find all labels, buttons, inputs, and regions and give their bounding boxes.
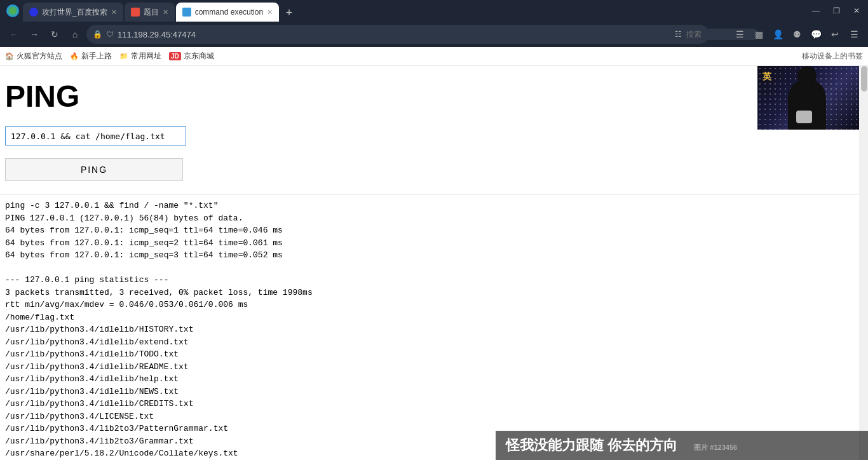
ping-button-wrap: PING <box>0 158 868 181</box>
scrollbar-thumb[interactable] <box>861 66 867 91</box>
toolbar-icons: ☰ ▩ 👤 ⚉ 💬 ↩ ☰ <box>712 25 863 43</box>
question-favicon <box>131 8 140 17</box>
security-icon: 🔒 <box>93 30 102 39</box>
bottom-overlay-sub: 图片 #123456 <box>694 443 737 451</box>
home-button[interactable]: ⌂ <box>66 25 84 43</box>
sidebar-icon[interactable]: ▩ <box>750 25 768 43</box>
bookmark-newuser[interactable]: 🔥 新手上路 <box>70 51 112 62</box>
account-icon[interactable]: 👤 <box>769 25 787 43</box>
chat-icon[interactable]: 💬 <box>807 25 825 43</box>
bookmark-firefox-label: 火狐官方站点 <box>17 51 62 62</box>
fire-icon: 🔥 <box>70 52 79 60</box>
shirt-white <box>796 111 812 123</box>
address-text: 111.198.29.45:47474 <box>118 30 671 39</box>
bookmarks-right: 移动设备上的书签 <box>802 51 863 62</box>
shield-icon: 🛡 <box>106 30 114 39</box>
baidu-favicon <box>29 8 38 17</box>
bookmark-newuser-label: 新手上路 <box>81 51 112 62</box>
history-back-icon[interactable]: ↩ <box>826 25 844 43</box>
close-button[interactable]: ✕ <box>848 2 865 20</box>
cmd-favicon <box>182 8 191 17</box>
page-title: PING <box>0 79 868 114</box>
browser-chrome: 攻打世界_百度搜索 ✕ 题目 ✕ command execution ✕ + —… <box>0 0 868 66</box>
maximize-button[interactable]: ❐ <box>827 2 845 20</box>
input-section <box>0 126 868 145</box>
sync-icon[interactable]: ⚉ <box>788 25 806 43</box>
tab-cmd-label: command execution <box>195 8 263 17</box>
tab-question[interactable]: 题目 ✕ <box>125 3 175 22</box>
title-bar: 攻打世界_百度搜索 ✕ 题目 ✕ command execution ✕ + —… <box>0 0 868 22</box>
bookmark-common[interactable]: 📁 常用网址 <box>119 51 161 62</box>
library-icon[interactable]: ☰ <box>731 25 749 43</box>
minimize-button[interactable]: — <box>807 2 825 20</box>
bookmarks-bar: 🏠 火狐官方站点 🔥 新手上路 📁 常用网址 JD 京东商城 移动设备上的书签 <box>0 47 868 66</box>
bottom-overlay-text: 怪我没能力跟随 你去的方向 <box>506 437 677 453</box>
address-input-wrap[interactable]: 🔒 🛡 111.198.29.45:47474 ☷ ··· ☆ <box>86 25 709 44</box>
page-content: 英 PING PING ping -c 3 127.0.0.1 && find … <box>0 66 868 460</box>
tab-baidu-close[interactable]: ✕ <box>111 8 117 17</box>
ping-button[interactable]: PING <box>5 158 183 181</box>
ping-input[interactable] <box>5 126 186 145</box>
scrollbar[interactable] <box>859 66 868 460</box>
reader-icon[interactable]: ☷ <box>675 30 682 39</box>
tab-question-label: 题目 <box>144 7 159 18</box>
bookmark-jd-label: 京东商城 <box>184 51 214 62</box>
jd-icon: JD <box>169 52 181 60</box>
output-area: ping -c 3 127.0.0.1 && find / -name "*.t… <box>0 194 859 460</box>
tab-cmd-close[interactable]: ✕ <box>267 8 273 17</box>
firefox-icon: 🏠 <box>5 52 14 60</box>
address-bar: ← → ↻ ⌂ 🔒 🛡 111.198.29.45:47474 ☷ ··· ☆ … <box>0 22 868 47</box>
window-controls: — ❐ ✕ <box>807 2 865 20</box>
browser-logo <box>6 4 19 17</box>
floating-image: 英 <box>757 66 859 130</box>
new-tab-button[interactable]: + <box>280 4 298 22</box>
tabs-container: 攻打世界_百度搜索 ✕ 题目 ✕ command execution ✕ + <box>23 0 802 22</box>
search-button[interactable] <box>712 25 729 43</box>
folder-icon: 📁 <box>119 52 128 60</box>
floating-image-text: 英 <box>763 71 771 83</box>
bottom-overlay: 怪我没能力跟随 你去的方向 图片 #123456 <box>496 431 868 460</box>
tab-baidu-label: 攻打世界_百度搜索 <box>42 7 107 18</box>
tab-question-close[interactable]: ✕ <box>163 8 168 17</box>
bookmark-common-label: 常用网址 <box>131 51 161 62</box>
tab-cmd[interactable]: command execution ✕ <box>176 3 279 22</box>
forward-button[interactable]: → <box>25 25 43 43</box>
bookmark-firefox[interactable]: 🏠 火狐官方站点 <box>5 51 62 62</box>
floating-image-inner: 英 <box>757 66 859 130</box>
back-button[interactable]: ← <box>5 25 23 43</box>
mobile-bookmarks-label: 移动设备上的书签 <box>802 51 863 60</box>
bookmark-jd[interactable]: JD 京东商城 <box>169 51 214 62</box>
reload-button[interactable]: ↻ <box>46 25 64 43</box>
tab-baidu[interactable]: 攻打世界_百度搜索 ✕ <box>23 3 123 22</box>
menu-icon[interactable]: ☰ <box>845 25 863 43</box>
